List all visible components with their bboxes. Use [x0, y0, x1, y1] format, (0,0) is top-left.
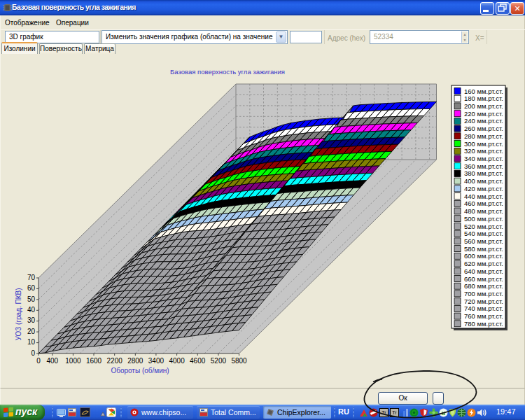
svg-text:340 мм.рт.ст.: 340 мм.рт.ст. — [464, 155, 503, 162]
svg-text:u: u — [442, 410, 446, 416]
svg-text:Tr: Tr — [382, 410, 386, 415]
svg-text:30: 30 — [27, 316, 36, 324]
svg-text:20: 20 — [27, 328, 36, 335]
svg-text:500 мм.рт.ст.: 500 мм.рт.ст. — [464, 215, 503, 223]
svg-text:160 мм.рт.ст.: 160 мм.рт.ст. — [464, 88, 503, 95]
svg-text:320 мм.рт.ст.: 320 мм.рт.ст. — [464, 147, 503, 155]
svg-text:2200: 2200 — [107, 357, 123, 365]
svg-text:620 мм.рт.ст.: 620 мм.рт.ст. — [464, 260, 503, 267]
svg-text:660 мм.рт.ст.: 660 мм.рт.ст. — [464, 275, 503, 283]
svg-text:1000: 1000 — [65, 357, 81, 365]
svg-text:640 мм.рт.ст.: 640 мм.рт.ст. — [464, 267, 503, 275]
svg-text:0: 0 — [36, 357, 41, 365]
svg-text:560 мм.рт.ст.: 560 мм.рт.ст. — [464, 237, 503, 245]
svg-text:280 мм.рт.ст.: 280 мм.рт.ст. — [464, 132, 503, 140]
svg-text:400 мм.рт.ст.: 400 мм.рт.ст. — [464, 177, 503, 185]
svg-text:Базовая поверхность угла зажиг: Базовая поверхность угла зажигания — [170, 68, 285, 76]
svg-text:4000: 4000 — [169, 357, 185, 365]
svg-text:300 мм.рт.ст.: 300 мм.рт.ст. — [464, 140, 503, 148]
svg-text:220 мм.рт.ст.: 220 мм.рт.ст. — [464, 110, 503, 118]
svg-text:380 мм.рт.ст.: 380 мм.рт.ст. — [464, 169, 503, 177]
svg-text:50: 50 — [27, 295, 36, 303]
svg-text:260 мм.рт.ст.: 260 мм.рт.ст. — [464, 125, 503, 132]
svg-text:400: 400 — [46, 357, 58, 365]
svg-text:740 мм.рт.ст.: 740 мм.рт.ст. — [464, 304, 503, 312]
svg-text:720 мм.рт.ст.: 720 мм.рт.ст. — [464, 298, 503, 305]
svg-text:УОЗ (град. ПКВ): УОЗ (град. ПКВ) — [15, 288, 22, 340]
svg-text:200 мм.рт.ст.: 200 мм.рт.ст. — [464, 102, 503, 110]
svg-text:40: 40 — [27, 306, 36, 314]
svg-text:240 мм.рт.ст.: 240 мм.рт.ст. — [464, 117, 503, 125]
svg-text:520 мм.рт.ст.: 520 мм.рт.ст. — [464, 223, 503, 230]
svg-text:460 мм.рт.ст.: 460 мм.рт.ст. — [464, 200, 503, 207]
svg-text:600 мм.рт.ст.: 600 мм.рт.ст. — [464, 252, 503, 260]
svg-text:5200: 5200 — [211, 357, 227, 365]
svg-text:540 мм.рт.ст.: 540 мм.рт.ст. — [464, 230, 503, 237]
svg-text:480 мм.рт.ст.: 480 мм.рт.ст. — [464, 207, 503, 215]
svg-text:780 мм.рт.ст.: 780 мм.рт.ст. — [464, 320, 503, 328]
svg-text:60: 60 — [27, 284, 36, 292]
svg-text:70: 70 — [27, 274, 36, 281]
svg-text:700 мм.рт.ст.: 700 мм.рт.ст. — [464, 290, 503, 298]
svg-text:760 мм.рт.ст.: 760 мм.рт.ст. — [464, 312, 503, 320]
svg-text:440 мм.рт.ст.: 440 мм.рт.ст. — [464, 192, 503, 200]
svg-text:2800: 2800 — [127, 357, 144, 365]
svg-text:180 мм.рт.ст.: 180 мм.рт.ст. — [464, 94, 503, 102]
svg-text:0: 0 — [31, 349, 35, 357]
svg-text:420 мм.рт.ст.: 420 мм.рт.ст. — [464, 185, 503, 192]
svg-text:4600: 4600 — [190, 357, 206, 365]
svg-text:3400: 3400 — [148, 357, 164, 365]
svg-text:Обороты (об/мин): Обороты (об/мин) — [111, 367, 169, 374]
svg-text:680 мм.рт.ст.: 680 мм.рт.ст. — [464, 282, 503, 290]
svg-text:360 мм.рт.ст.: 360 мм.рт.ст. — [464, 162, 503, 170]
svg-text:1600: 1600 — [86, 357, 102, 365]
svg-text:10: 10 — [27, 338, 36, 346]
svg-text:5800: 5800 — [231, 357, 247, 365]
svg-text:Tr: Tr — [392, 410, 397, 415]
svg-text:580 мм.рт.ст.: 580 мм.рт.ст. — [464, 245, 503, 253]
